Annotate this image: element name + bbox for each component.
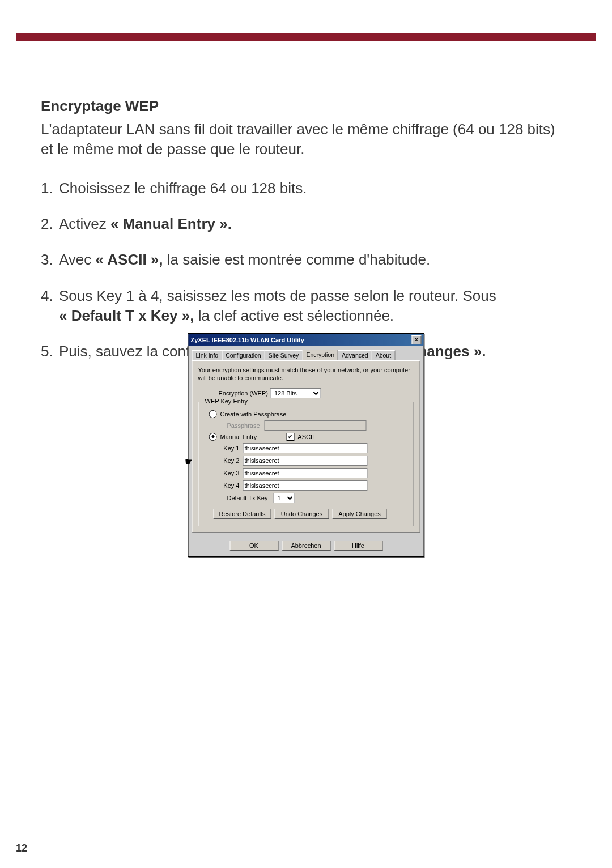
key1-label: Key 1: [220, 445, 240, 452]
encryption-select[interactable]: 128 Bits: [270, 388, 321, 398]
tab-strip: Link Info Configuration Site Survey Encr…: [192, 350, 420, 360]
step-text: Sous Key 1 à 4, saisissez les mots de pa…: [59, 286, 571, 326]
step-number: 5.: [41, 342, 59, 361]
close-icon[interactable]: ×: [412, 335, 422, 344]
group-legend: WEP Key Entry: [203, 398, 250, 405]
wep-key-entry-group: WEP Key Entry Create with Passphrase Pas…: [198, 402, 414, 526]
wlan-utility-dialog: ZyXEL IEEE802.11b WLAN Card Utility × Li…: [188, 333, 424, 557]
cancel-button[interactable]: Abbrechen: [282, 541, 330, 551]
header-color-band: [16, 33, 596, 41]
default-tx-label: Default Tx Key: [227, 495, 270, 501]
radio-row-passphrase: Create with Passphrase: [209, 410, 408, 418]
step-number: 3.: [41, 250, 59, 270]
key3-label: Key 3: [220, 470, 240, 476]
key1-input[interactable]: [243, 443, 368, 453]
action-button-row: Restore Defaults Undo Changes Apply Chan…: [214, 509, 408, 519]
hint-text: Your encryption settings must match thos…: [198, 367, 414, 382]
key1-row: Key 1: [220, 443, 408, 453]
encryption-row: Encryption (WEP) 128 Bits: [219, 388, 414, 398]
encryption-label: Encryption (WEP): [219, 390, 268, 397]
tab-encryption[interactable]: Encryption: [302, 350, 338, 360]
screenshot-figure: ZyXEL IEEE802.11b WLAN Card Utility × Li…: [188, 333, 424, 557]
tab-configuration[interactable]: Configuration: [222, 350, 265, 361]
step-text: Activez « Manual Entry ».: [59, 214, 571, 234]
step-text: Choisissez le chiffrage 64 ou 128 bits.: [59, 178, 571, 198]
checkbox-ascii[interactable]: [286, 433, 294, 441]
step-number: 2.: [41, 214, 59, 234]
passphrase-label: Passphrase: [227, 422, 261, 429]
key4-label: Key 4: [220, 482, 240, 489]
tab-link-info[interactable]: Link Info: [192, 350, 223, 361]
radio-row-manual: Manual Entry ASCII: [209, 433, 408, 441]
key2-label: Key 2: [220, 457, 240, 464]
undo-changes-button[interactable]: Undo Changes: [275, 509, 329, 519]
key2-input[interactable]: [243, 456, 368, 466]
default-tx-select[interactable]: 1: [274, 493, 295, 503]
key4-input[interactable]: [243, 480, 368, 491]
window-title: ZyXEL IEEE802.11b WLAN Card Utility: [191, 337, 304, 343]
tab-about[interactable]: About: [372, 350, 395, 361]
key2-row: Key 2: [220, 456, 408, 466]
intro-paragraph: L'adaptateur LAN sans fil doit travaille…: [41, 120, 571, 159]
apply-changes-button[interactable]: Apply Changes: [333, 509, 387, 519]
ok-button[interactable]: OK: [230, 541, 278, 551]
radio-passphrase[interactable]: [209, 410, 217, 418]
passphrase-row: Passphrase: [227, 420, 408, 431]
tab-advanced[interactable]: Advanced: [338, 350, 372, 361]
key3-input[interactable]: [243, 468, 368, 478]
radio-manual-label: Manual Entry: [220, 433, 257, 440]
document-page: Encryptage WEP L'adaptateur LAN sans fil…: [0, 0, 612, 868]
key4-row: Key 4: [220, 480, 408, 491]
step-number: 4.: [41, 286, 59, 326]
dialog-bottom-buttons: OK Abbrechen Hilfe: [189, 536, 424, 556]
checkbox-ascii-label: ASCII: [298, 433, 314, 440]
tab-panel-encryption: Your encryption settings must match thos…: [192, 360, 420, 533]
passphrase-input: [265, 420, 367, 431]
default-tx-row: Default Tx Key 1: [227, 493, 408, 503]
step-text: Avec « ASCII », la saisie est montrée co…: [59, 250, 571, 270]
step-number: 1.: [41, 178, 59, 198]
radio-manual[interactable]: [209, 433, 217, 441]
restore-defaults-button[interactable]: Restore Defaults: [214, 509, 271, 519]
title-bar: ZyXEL IEEE802.11b WLAN Card Utility ×: [189, 334, 424, 346]
page-number: 12: [16, 843, 27, 854]
radio-passphrase-label: Create with Passphrase: [220, 411, 287, 418]
key3-row: Key 3: [220, 468, 408, 478]
help-button[interactable]: Hilfe: [334, 541, 382, 551]
tab-site-survey[interactable]: Site Survey: [265, 350, 303, 361]
section-heading: Encryptage WEP: [41, 96, 571, 116]
